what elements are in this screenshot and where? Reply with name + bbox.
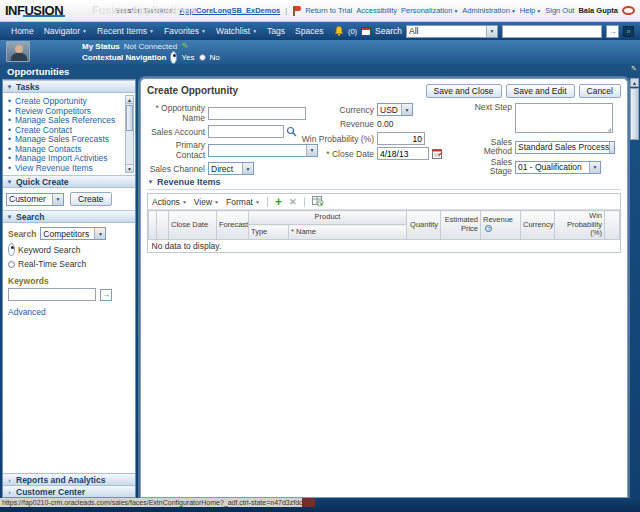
- chevron-down-icon: ▼: [252, 28, 257, 34]
- product-type-column-header[interactable]: Type: [249, 225, 289, 239]
- realtime-search-radio[interactable]: [8, 261, 15, 268]
- estimated-price-column-header[interactable]: Estimated Price: [441, 211, 481, 240]
- revenue-items-table-container: Actions▼ View▼ Format▼ + ✕: [147, 193, 621, 253]
- close-date-column-header[interactable]: Close Date: [169, 211, 217, 240]
- search-icon[interactable]: [286, 126, 297, 137]
- view-menu[interactable]: View▼: [194, 197, 219, 207]
- customer-center-panel-header[interactable]: › Customer Center: [3, 485, 135, 497]
- status-lines: My Status Not Connected ✎ Contextual Nav…: [82, 41, 220, 64]
- tasks-scrollbar[interactable]: ▲ ▼: [125, 95, 134, 173]
- contextual-no-radio[interactable]: [199, 54, 206, 61]
- scroll-down-icon[interactable]: ▼: [126, 164, 133, 172]
- status-progress-block: [302, 498, 315, 507]
- primary-contact-label: Primary Contact: [147, 140, 205, 160]
- advanced-search-link[interactable]: Advanced: [8, 307, 130, 317]
- search-panel-header[interactable]: ▼ Search: [3, 210, 135, 223]
- sales-stage-select[interactable]: 01 - Qualification▼: [515, 161, 601, 174]
- personalization-menu[interactable]: Personalization▼: [401, 6, 458, 15]
- close-date-input[interactable]: [377, 147, 429, 160]
- win-probability-input[interactable]: [377, 132, 425, 145]
- format-menu[interactable]: Format▼: [226, 197, 260, 207]
- quick-create-type-select[interactable]: Customer▼: [6, 193, 64, 206]
- revenue-column-header[interactable]: Revenue?: [481, 211, 521, 240]
- keywords-go-button[interactable]: →: [100, 289, 112, 301]
- accessibility-link[interactable]: Accessibility: [356, 6, 397, 15]
- nav-item-recent-items[interactable]: Recent Items▼: [92, 26, 159, 36]
- detach-table-icon[interactable]: [312, 196, 324, 207]
- reports-analytics-panel-header[interactable]: › Reports and Analytics: [3, 473, 135, 485]
- revenue-label: Revenue: [297, 119, 374, 129]
- main-nav-bar: Home Navigator▼ Recent Items▼ Favorites▼…: [0, 22, 640, 40]
- tasks-panel-header[interactable]: ▼ Tasks: [3, 80, 135, 93]
- advanced-search-button[interactable]: »: [623, 26, 634, 37]
- notifications-bell-icon[interactable]: [334, 26, 344, 36]
- chevron-down-icon: ▼: [255, 199, 260, 205]
- delete-row-icon[interactable]: ✕: [289, 197, 297, 207]
- task-link-view-revenue-items[interactable]: View Revenue Items: [7, 164, 123, 174]
- next-step-textarea[interactable]: [515, 103, 613, 133]
- sales-method-select[interactable]: Standard Sales Process▼: [515, 141, 615, 154]
- currency-select[interactable]: USD▼: [377, 103, 413, 116]
- win-probability-label: Win Probability (%): [297, 134, 374, 144]
- fusion-watermark: Fusion Applications: [92, 4, 197, 16]
- product-name-column-header[interactable]: * Name: [289, 225, 407, 239]
- keyword-search-label: Keyword Search: [18, 245, 80, 255]
- nav-item-home[interactable]: Home: [6, 26, 39, 36]
- help-menu[interactable]: Help▼: [520, 6, 541, 15]
- win-probability-column-header[interactable]: Win Probability (%): [555, 211, 605, 240]
- keywords-input[interactable]: [8, 288, 96, 301]
- date-picker-calendar-icon[interactable]: [432, 148, 443, 159]
- nav-item-spaces[interactable]: Spaces: [290, 26, 328, 36]
- nav-item-favorites[interactable]: Favorites▼: [159, 26, 211, 36]
- chevron-down-icon: ▼: [82, 28, 87, 34]
- revenue-items-section-header[interactable]: ▼ Revenue Items: [147, 177, 621, 190]
- forecast-column-header[interactable]: Forecast: [217, 211, 249, 240]
- quantity-column-header[interactable]: Quantity: [407, 211, 441, 240]
- nav-item-navigator[interactable]: Navigator▼: [39, 26, 92, 36]
- sales-channel-select[interactable]: Direct▼: [208, 162, 254, 175]
- search-scope-select[interactable]: All▼: [406, 25, 498, 38]
- sales-account-input[interactable]: [208, 125, 284, 138]
- scroll-up-icon[interactable]: ▲: [126, 96, 133, 104]
- save-and-edit-button[interactable]: Save and Edit: [506, 84, 575, 98]
- quick-create-button[interactable]: Create: [70, 192, 112, 206]
- chevron-down-icon: ▼: [536, 8, 541, 14]
- currency-column-header[interactable]: Currency: [521, 211, 555, 240]
- search-label: Search: [375, 26, 402, 36]
- nav-item-watchlist[interactable]: Watchlist▼: [211, 26, 262, 36]
- sales-account-label: Sales Account: [147, 127, 205, 137]
- collapse-icon: ▼: [6, 84, 13, 90]
- return-to-trial-link[interactable]: Return to Trial: [305, 6, 352, 15]
- chevron-down-icon: ▼: [486, 26, 497, 37]
- close-date-label: * Close Date: [297, 149, 374, 159]
- application-window: INFUSION Fusion Applications Session San…: [0, 0, 640, 512]
- collapse-icon: ▼: [6, 179, 13, 185]
- quick-create-panel-header[interactable]: ▼ Quick Create: [3, 175, 135, 188]
- keyword-search-radio[interactable]: [8, 243, 15, 256]
- contextual-yes-radio[interactable]: [170, 51, 177, 64]
- my-status-label: My Status: [82, 42, 120, 51]
- calendar-grid-icon[interactable]: [361, 27, 371, 36]
- add-row-icon[interactable]: +: [275, 197, 282, 207]
- search-go-button[interactable]: →: [606, 25, 619, 38]
- edit-status-pencil-icon[interactable]: ✎: [181, 42, 189, 51]
- global-search-input[interactable]: [502, 25, 602, 38]
- scrollbar-thumb[interactable]: [126, 105, 133, 131]
- nav-item-tags[interactable]: Tags: [262, 26, 290, 36]
- search-scope-label: Search: [8, 229, 36, 239]
- cancel-button[interactable]: Cancel: [579, 84, 621, 98]
- browser-status-bar: https://fap0210-crm.oracleads.com/sales/…: [0, 498, 640, 512]
- opportunity-name-input[interactable]: [208, 107, 306, 120]
- opportunity-form: * Opportunity Name Sales Account Primary…: [147, 103, 621, 169]
- administration-menu[interactable]: Administration▼: [462, 6, 515, 15]
- user-avatar[interactable]: [6, 41, 30, 62]
- scrollbar-thumb[interactable]: [630, 88, 639, 140]
- actions-menu[interactable]: Actions▼: [152, 197, 187, 207]
- scroll-up-icon[interactable]: ▲: [630, 78, 639, 87]
- sales-stage-label: Sales Stage: [467, 158, 512, 176]
- search-object-select[interactable]: Competitors▼: [40, 227, 106, 240]
- chevron-down-icon: ▼: [214, 199, 219, 205]
- help-icon[interactable]: ?: [485, 225, 492, 232]
- save-and-close-button[interactable]: Save and Close: [426, 84, 502, 98]
- sign-out-link[interactable]: Sign Out: [545, 6, 574, 15]
